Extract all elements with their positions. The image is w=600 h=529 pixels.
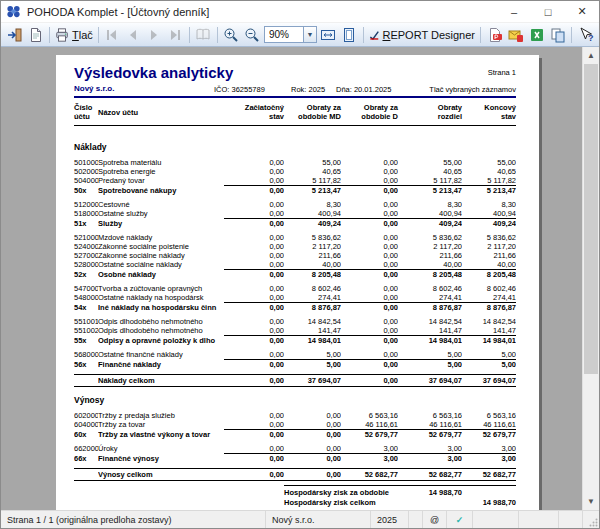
- report-page[interactable]: Výsledovka analyticky Strana 1 Nový s.r.…: [56, 55, 539, 510]
- fit-width-icon: [320, 27, 336, 43]
- facing-pages-icon: [195, 27, 211, 43]
- table-cell: 37 694,07: [462, 375, 516, 386]
- table-cell: 0,00: [233, 158, 284, 167]
- zoom-level-combo[interactable]: 90% ▼: [264, 26, 317, 43]
- export-excel-button[interactable]: [526, 24, 547, 45]
- copy-button[interactable]: [547, 24, 568, 45]
- print-icon: [55, 27, 69, 43]
- table-cell: Tvorba a zúčtovanie opravných: [98, 284, 233, 293]
- close-preview-button[interactable]: [4, 24, 25, 45]
- table-cell: 528000: [74, 260, 98, 269]
- table-cell: 0,00: [233, 176, 284, 185]
- preview-toolbar: Tlač: [1, 23, 599, 47]
- result-label: Hospodársky zisk za obdobie: [284, 488, 416, 498]
- table-cell: 0,00: [341, 233, 398, 242]
- date-label: Dňa: 20.01.2025: [336, 85, 391, 94]
- result-spacer: [462, 488, 516, 498]
- table-cell: 400,94: [398, 209, 462, 218]
- report-designer-button[interactable]: REPORT Designer: [367, 24, 477, 45]
- selection-label: Tlač vybraných záznamov: [429, 85, 516, 94]
- subtotal-row: 66xFinančné výnosy0,000,003,003,003,00: [74, 454, 516, 463]
- table-cell: 274,41: [284, 293, 341, 302]
- column-header-zaciatocny: Začiatočnýstav: [233, 103, 284, 121]
- resize-grip[interactable]: [583, 511, 599, 528]
- table-cell: 0,00: [233, 233, 284, 242]
- table-cell: 8 602,46: [462, 284, 516, 293]
- table-cell: 52 679,77: [398, 430, 462, 439]
- table-cell: 0,00: [341, 167, 398, 176]
- account-block: 512000Cestovné0,008,300,008,308,30518000…: [74, 200, 516, 228]
- table-cell: 5,00: [284, 360, 341, 369]
- zoom-dropdown-button[interactable]: ▼: [304, 26, 317, 43]
- table-cell: 502000: [74, 167, 98, 176]
- close-button[interactable]: ✕: [565, 1, 599, 22]
- fit-width-button[interactable]: [318, 24, 339, 45]
- page-setup-button[interactable]: [25, 24, 46, 45]
- report-content: Výsledovka analyticky Strana 1 Nový s.r.…: [56, 55, 539, 510]
- table-cell: 14 984,01: [284, 336, 341, 345]
- vertical-scrollbar[interactable]: ▲ ▼: [582, 47, 599, 510]
- scroll-down-arrow[interactable]: ▼: [583, 493, 599, 510]
- send-pdf-email-button[interactable]: [505, 24, 526, 45]
- zoom-out-button[interactable]: [242, 24, 263, 45]
- table-cell: 52 682,77: [462, 469, 516, 480]
- table-cell: Ostatné finančné náklady: [98, 350, 233, 359]
- print-preview-area[interactable]: Výsledovka analyticky Strana 1 Nový s.r.…: [1, 47, 599, 510]
- table-cell: Výnosy celkom: [98, 469, 233, 480]
- table-cell: Spotreba materiálu: [98, 158, 233, 167]
- account-row: 551001Odpis dlhodobého nehmotného0,0014 …: [74, 317, 516, 326]
- table-cell: 0,00: [341, 200, 398, 209]
- table-cell: 8 205,48: [398, 270, 462, 279]
- ico-label: IČO: 36255789: [214, 85, 265, 94]
- title-bar: POHODA Komplet - [Účtovný denník] – □ ✕: [1, 1, 599, 23]
- table-cell: 0,00: [233, 375, 284, 386]
- next-page-button: [144, 24, 165, 45]
- table-cell: 0,00: [284, 454, 341, 463]
- table-cell: 0,00: [233, 209, 284, 218]
- report-title: Výsledovka analyticky: [74, 64, 233, 81]
- table-cell: 40,00: [284, 260, 341, 269]
- table-cell: Predaný tovar: [98, 176, 233, 185]
- table-cell: 8 205,48: [284, 270, 341, 279]
- report-designer-icon: [369, 27, 380, 43]
- table-cell: 0,00: [233, 270, 284, 279]
- table-cell: 0,00: [233, 469, 284, 480]
- table-cell: 5 117,82: [284, 176, 341, 185]
- table-cell: 56x: [74, 360, 98, 369]
- app-window: POHODA Komplet - [Účtovný denník] – □ ✕: [0, 0, 600, 529]
- table-cell: 5,00: [398, 350, 462, 359]
- table-cell: 518000: [74, 209, 98, 218]
- last-page-button: [165, 24, 186, 45]
- table-cell: 37 694,07: [284, 375, 341, 386]
- zoom-level-value[interactable]: 90%: [264, 26, 304, 43]
- toolbar-separator: [480, 27, 481, 43]
- table-cell: 0,00: [233, 260, 284, 269]
- table-cell: 0,00: [233, 293, 284, 302]
- table-cell: Odpis dlhodobého nehmotného: [98, 317, 233, 326]
- copy-icon: [550, 27, 566, 43]
- print-button[interactable]: Tlač: [53, 24, 95, 45]
- table-cell: 0,00: [284, 430, 341, 439]
- total-row: Náklady celkom0,0037 694,070,0037 694,07…: [74, 374, 516, 387]
- table-cell: 274,41: [398, 293, 462, 302]
- last-page-icon: [167, 27, 183, 43]
- scrollbar-thumb[interactable]: [584, 64, 598, 374]
- context-help-button[interactable]: ?: [575, 24, 596, 45]
- table-cell: 52 682,77: [398, 469, 462, 480]
- export-pdf-button[interactable]: [484, 24, 505, 45]
- fit-page-button[interactable]: [339, 24, 360, 45]
- table-cell: 37 694,07: [398, 375, 462, 386]
- table-cell: 40,65: [462, 167, 516, 176]
- table-cell: 400,94: [284, 209, 341, 218]
- table-cell: 3,00: [398, 454, 462, 463]
- maximize-button[interactable]: □: [531, 1, 565, 22]
- minimize-button[interactable]: –: [497, 1, 531, 22]
- table-cell: 662000: [74, 444, 98, 453]
- scroll-up-arrow[interactable]: ▲: [583, 47, 599, 64]
- table-cell: 0,00: [341, 303, 398, 312]
- table-cell: Ostatné služby: [98, 209, 233, 218]
- status-empty-cell: [519, 511, 559, 528]
- report-table-body: Náklady501000Spotreba materiálu0,0055,00…: [74, 134, 516, 510]
- zoom-in-button[interactable]: [221, 24, 242, 45]
- account-row: 548000Ostatné náklady na hospodársk0,002…: [74, 293, 516, 302]
